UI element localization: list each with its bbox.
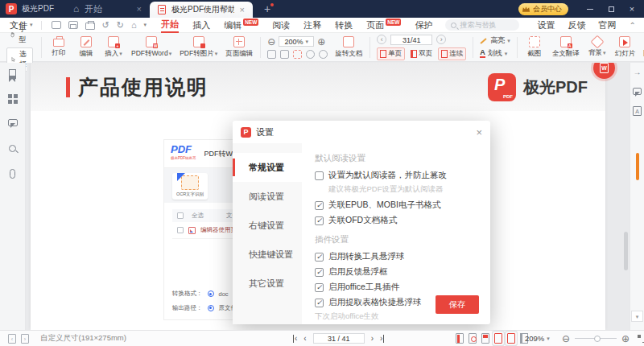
view-mode-1-icon[interactable] [456, 333, 464, 344]
printer-icon[interactable] [85, 23, 95, 30]
rotate-right-icon[interactable] [319, 50, 328, 59]
settings-link[interactable]: 设置 [538, 19, 555, 31]
page-edit-button[interactable]: 页面编辑 [221, 34, 257, 61]
nav-shortcut-settings[interactable]: 快捷键设置 [233, 240, 302, 269]
menu-tab-annotate[interactable]: 注释 [303, 18, 321, 33]
member-center-button[interactable]: 会员中心 [518, 3, 568, 15]
zoom-level-select[interactable]: 200%▾ [279, 36, 314, 47]
redo-icon[interactable]: ↻ [117, 20, 124, 31]
fullscreen-icon[interactable] [638, 335, 644, 343]
checkbox-checked-icon[interactable]: ✓ [315, 201, 324, 210]
zoom-slider[interactable] [575, 338, 617, 339]
nav-other-settings[interactable]: 其它设置 [233, 269, 302, 298]
hand-tool-button[interactable]: 手型 [6, 23, 33, 46]
checkbox-checked-icon[interactable]: ✓ [315, 283, 324, 292]
close-window-button[interactable]: × [621, 0, 642, 18]
checkbox-row-feedback-ball[interactable]: ✓ 启用反馈悬浮框 [315, 266, 479, 278]
close-icon[interactable]: × [476, 126, 482, 138]
rotate-document-button[interactable]: 旋转文档 [331, 34, 366, 61]
undo-icon[interactable]: ↺ [102, 20, 109, 31]
close-icon[interactable]: × [137, 4, 142, 14]
search-panel-button[interactable] [7, 144, 18, 154]
vertical-scrollbar[interactable] [624, 232, 628, 270]
tab-home[interactable]: ⌂ 开始 × [65, 0, 150, 18]
double-page-button[interactable]: 双页 [408, 48, 435, 60]
marquee-zoom-icon[interactable] [293, 50, 302, 59]
save-icon[interactable] [68, 21, 78, 29]
zoom-out-icon[interactable]: ⊖ [562, 333, 570, 344]
first-page-icon[interactable]: ‹ [293, 335, 297, 343]
insert-button[interactable]: + 插入▾ [100, 34, 127, 61]
official-site-link[interactable]: 官网 [599, 19, 617, 31]
open-folder-icon[interactable] [52, 21, 61, 29]
nav-reading-settings[interactable]: 阅读设置 [233, 182, 302, 211]
minimize-button[interactable] [580, 0, 601, 18]
zoom-in-icon[interactable]: ⊕ [317, 36, 325, 47]
next-page-icon[interactable]: › [436, 35, 446, 44]
comments-panel-button[interactable] [7, 119, 18, 130]
prev-page-icon[interactable]: ‹ [377, 35, 386, 44]
image-to-text-button[interactable]: 图片转文字 [639, 34, 644, 61]
checkbox-checked-icon[interactable]: ✓ [315, 216, 324, 225]
checkbox-checked-icon[interactable]: ✓ [315, 253, 324, 262]
pdf-to-image-button[interactable]: PDF转图片▾ [175, 34, 221, 61]
feedback-link[interactable]: 反馈 [568, 19, 586, 31]
zoom-in-icon[interactable]: ⊕ [621, 333, 630, 344]
search-input[interactable] [460, 21, 516, 29]
view-mode-2-icon[interactable] [469, 333, 477, 344]
checkbox-row-default-reader[interactable]: 设置为默认阅读器，并防止篡改 [315, 170, 479, 181]
view-mode-4-icon[interactable] [494, 333, 502, 344]
menu-tab-page[interactable]: 页面NEW [366, 18, 401, 33]
slider-knob[interactable] [594, 336, 601, 342]
page-number-input[interactable]: 31/41 [390, 35, 432, 45]
nav-rightclick-settings[interactable]: 右键设置 [233, 211, 302, 240]
attachments-panel-button[interactable] [7, 169, 18, 179]
menu-tab-edit[interactable]: 编辑NEW [224, 18, 258, 33]
menu-tab-read[interactable]: 阅读 [272, 18, 290, 33]
edit-button[interactable]: 编辑 [72, 34, 100, 61]
fit-width-icon[interactable] [280, 50, 289, 59]
home-icon[interactable]: ⌂ [131, 20, 137, 30]
feedback-icon[interactable] [633, 88, 642, 95]
view-mode-5-icon[interactable] [507, 333, 515, 344]
prev-doc-icon[interactable]: ‹ [8, 334, 16, 344]
checkbox-unchecked-icon[interactable] [315, 171, 324, 180]
panel-dropdown-button[interactable]: ▾ [631, 311, 643, 322]
bookmarks-panel-button[interactable] [7, 69, 18, 80]
chevron-down-icon[interactable]: ▾ [144, 22, 147, 28]
collapse-ribbon-icon[interactable]: ⌃ [630, 21, 636, 30]
print-button[interactable]: 打印 [45, 34, 72, 61]
menu-tab-convert[interactable]: 转换 [335, 18, 353, 33]
checkbox-checked-icon[interactable]: ✓ [315, 268, 324, 277]
zoom-level-select[interactable]: 209%▾ [525, 334, 550, 343]
page-number-input[interactable]: 31 / 41 [313, 333, 365, 344]
prev-page-icon[interactable]: ‹ [303, 334, 306, 343]
zoom-out-icon[interactable]: ⊖ [267, 36, 275, 47]
tab-document[interactable]: 极光PDF使用帮助.pdf × [150, 2, 253, 18]
checkbox-row-convert-ball[interactable]: ✓ 启用转换工具悬浮球 [315, 251, 479, 262]
translate-button[interactable]: A 全文翻译 [548, 34, 584, 61]
checkbox-row-office-plugin[interactable]: ✓ 启用office工具插件 [315, 282, 479, 293]
continuous-button[interactable]: 连续 [438, 47, 466, 60]
underline-button[interactable]: A 划线▾ [480, 48, 510, 59]
thumbnails-panel-button[interactable] [7, 94, 18, 105]
new-tab-button[interactable]: + [261, 2, 274, 15]
checkbox-row-epub-mobi[interactable]: ✓ 关联EPUB、MOBI电子书格式 [315, 200, 479, 211]
fit-page-icon[interactable] [267, 50, 276, 59]
highlight-button[interactable]: 高亮▾ [480, 35, 510, 46]
menu-tab-protect[interactable]: 保护 [415, 18, 432, 33]
converter-floating-ball[interactable]: W [593, 63, 615, 79]
menu-tab-insert[interactable]: 插入 [192, 18, 210, 33]
screenshot-button[interactable]: 截图 [521, 34, 548, 61]
last-page-icon[interactable]: › [380, 335, 384, 343]
background-button[interactable]: 背景▾ [584, 34, 611, 61]
translate-doc-icon[interactable]: A [633, 106, 642, 116]
collapse-arrow-icon[interactable]: → [634, 68, 642, 76]
slideshow-button[interactable]: 幻灯片 [611, 34, 640, 61]
pdf-to-word-button[interactable]: W PDF转Word▾ [127, 34, 175, 61]
rotate-left-icon[interactable] [306, 50, 315, 59]
next-doc-icon[interactable]: › [21, 334, 29, 344]
nav-general-settings[interactable]: 常规设置 [233, 153, 302, 182]
checkbox-row-ofd[interactable]: ✓ 关联OFD文档格式 [315, 215, 479, 226]
next-page-icon[interactable]: › [371, 334, 374, 343]
